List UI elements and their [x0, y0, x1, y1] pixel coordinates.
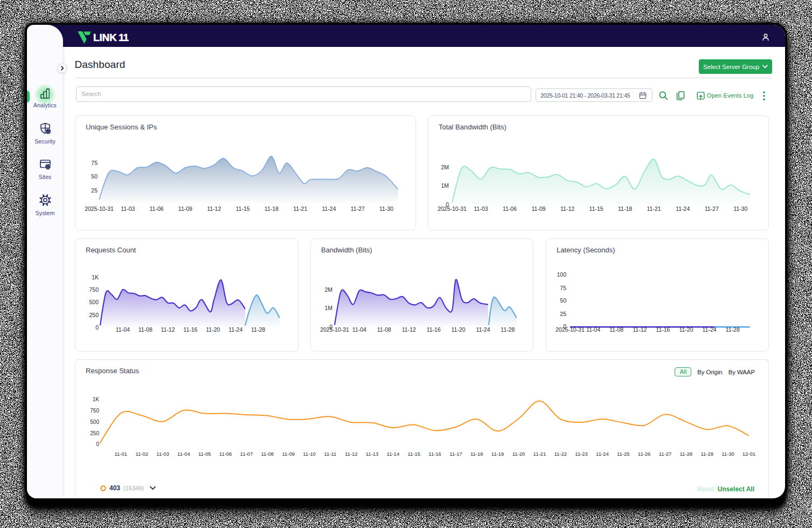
- svg-text:11-24: 11-24: [596, 451, 609, 457]
- svg-text:11-18: 11-18: [618, 205, 632, 212]
- svg-text:11-16: 11-16: [427, 326, 441, 333]
- svg-text:11-10: 11-10: [303, 451, 316, 457]
- svg-text:11-08: 11-08: [261, 451, 274, 457]
- svg-text:75: 75: [560, 285, 566, 291]
- svg-text:11-24: 11-24: [228, 326, 242, 333]
- svg-text:11-13: 11-13: [366, 451, 379, 457]
- svg-text:11-08: 11-08: [138, 326, 152, 333]
- svg-text:2025-10-31: 2025-10-31: [556, 326, 585, 333]
- svg-text:11-21: 11-21: [647, 205, 661, 212]
- svg-text:11-20: 11-20: [206, 326, 220, 333]
- svg-text:11-25: 11-25: [617, 451, 630, 457]
- svg-text:11-22: 11-22: [554, 451, 567, 457]
- svg-text:11-20: 11-20: [512, 451, 525, 457]
- svg-text:2025-10-31: 2025-10-31: [438, 205, 467, 212]
- svg-text:11-05: 11-05: [198, 451, 211, 457]
- svg-text:11-07: 11-07: [240, 451, 253, 457]
- svg-text:11-11: 11-11: [324, 451, 336, 457]
- svg-text:11-03: 11-03: [121, 205, 135, 212]
- svg-text:11-15: 11-15: [407, 451, 420, 457]
- svg-text:0: 0: [95, 324, 99, 331]
- svg-text:100: 100: [557, 271, 566, 278]
- svg-text:11-26: 11-26: [638, 451, 651, 457]
- svg-text:11-12: 11-12: [402, 326, 416, 333]
- svg-text:11-19: 11-19: [491, 451, 504, 457]
- svg-text:11-04: 11-04: [116, 326, 130, 333]
- svg-text:11-16: 11-16: [656, 326, 670, 333]
- svg-text:11-09: 11-09: [532, 205, 546, 212]
- svg-text:11-30: 11-30: [733, 205, 747, 212]
- svg-text:11-12: 11-12: [161, 326, 175, 333]
- svg-text:11-24: 11-24: [476, 326, 490, 333]
- svg-text:11-21: 11-21: [533, 451, 546, 457]
- svg-text:11-28: 11-28: [726, 326, 740, 333]
- svg-text:11-03: 11-03: [156, 451, 169, 457]
- svg-text:11-21: 11-21: [293, 205, 307, 212]
- svg-text:11-04: 11-04: [177, 451, 190, 457]
- svg-text:12-01: 12-01: [742, 451, 755, 457]
- svg-text:750: 750: [89, 286, 99, 293]
- svg-text:11-16: 11-16: [428, 451, 441, 457]
- svg-text:2025-10-31: 2025-10-31: [85, 205, 114, 212]
- svg-text:11-12: 11-12: [345, 451, 358, 457]
- svg-text:11-20: 11-20: [452, 326, 466, 333]
- svg-text:11-15: 11-15: [236, 205, 250, 212]
- svg-text:1K: 1K: [92, 274, 99, 280]
- svg-text:2M: 2M: [441, 164, 449, 170]
- svg-text:11-24: 11-24: [322, 205, 336, 212]
- svg-text:2M: 2M: [324, 286, 332, 293]
- svg-text:11-23: 11-23: [575, 451, 588, 457]
- svg-text:11-01: 11-01: [115, 451, 128, 457]
- svg-text:11-03: 11-03: [474, 205, 488, 212]
- svg-text:11-24: 11-24: [676, 205, 690, 212]
- svg-text:11-30: 11-30: [379, 205, 393, 212]
- svg-text:11-24: 11-24: [703, 326, 717, 333]
- svg-text:11-06: 11-06: [219, 451, 232, 457]
- svg-text:11-06: 11-06: [150, 205, 164, 212]
- svg-text:11-18: 11-18: [265, 205, 279, 212]
- svg-text:500: 500: [90, 419, 99, 425]
- svg-text:11-27: 11-27: [705, 205, 719, 212]
- svg-text:11-09: 11-09: [178, 205, 192, 212]
- svg-text:25: 25: [91, 187, 98, 194]
- svg-text:11-14: 11-14: [387, 451, 400, 457]
- svg-text:11-27: 11-27: [351, 205, 365, 212]
- svg-text:11-16: 11-16: [183, 326, 197, 333]
- svg-text:11-30: 11-30: [721, 451, 734, 457]
- svg-text:11-04: 11-04: [586, 326, 600, 333]
- svg-text:11-28: 11-28: [501, 326, 515, 333]
- svg-text:11-12: 11-12: [633, 326, 647, 333]
- svg-text:11-28: 11-28: [251, 326, 265, 333]
- svg-text:11-06: 11-06: [503, 205, 517, 212]
- svg-text:0: 0: [96, 441, 99, 447]
- svg-text:1M: 1M: [441, 182, 449, 189]
- svg-text:25: 25: [560, 311, 566, 317]
- svg-text:11-08: 11-08: [609, 326, 623, 333]
- svg-text:11-28: 11-28: [680, 451, 693, 457]
- svg-text:11-02: 11-02: [135, 451, 148, 457]
- svg-text:11-12: 11-12: [207, 205, 221, 212]
- svg-text:50: 50: [91, 173, 98, 180]
- svg-text:75: 75: [91, 160, 98, 166]
- svg-text:1M: 1M: [324, 305, 332, 311]
- svg-text:11-12: 11-12: [560, 205, 574, 212]
- svg-text:11-08: 11-08: [377, 326, 391, 333]
- svg-text:11-15: 11-15: [589, 205, 603, 212]
- svg-text:2025-10-31: 2025-10-31: [320, 326, 349, 333]
- svg-text:11-20: 11-20: [679, 326, 693, 333]
- svg-text:750: 750: [90, 408, 99, 414]
- svg-text:50: 50: [560, 297, 566, 304]
- svg-text:11-09: 11-09: [282, 451, 295, 457]
- svg-text:11-27: 11-27: [659, 451, 672, 457]
- svg-text:250: 250: [89, 312, 99, 318]
- svg-text:11-17: 11-17: [449, 451, 462, 457]
- svg-text:500: 500: [89, 299, 99, 305]
- svg-text:250: 250: [90, 430, 99, 436]
- svg-text:11-18: 11-18: [470, 451, 483, 457]
- svg-text:11-29: 11-29: [700, 451, 713, 457]
- svg-text:1K: 1K: [93, 396, 100, 402]
- svg-text:11-04: 11-04: [352, 326, 366, 333]
